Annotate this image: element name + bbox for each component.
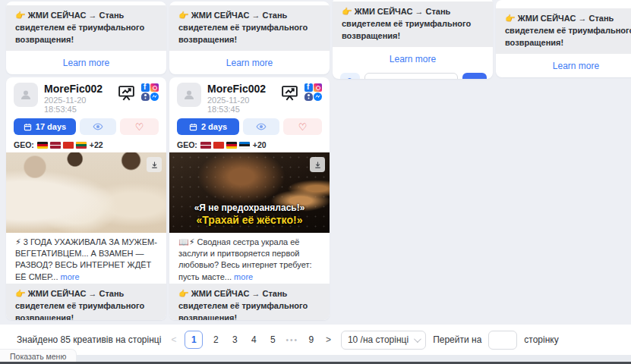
learn-more-link[interactable]: Learn more xyxy=(390,54,436,64)
creative-card-partial: 👉 ЖМИ СЕЙЧАС → Стань свидетелем её триум… xyxy=(6,2,166,74)
presentation-chart-icon[interactable] xyxy=(280,83,299,102)
favorite-button[interactable]: ♡ xyxy=(283,118,322,135)
chevron-down-icon xyxy=(414,335,421,343)
geo-label: GEO: xyxy=(177,140,197,149)
flag-de-icon xyxy=(226,142,237,149)
flag-de-icon xyxy=(37,142,48,149)
page-button-2[interactable]: 2 xyxy=(210,334,222,345)
download-image-button[interactable] xyxy=(147,157,162,172)
geo-flags xyxy=(37,142,87,149)
download-icon xyxy=(150,161,159,169)
more-link[interactable]: more xyxy=(234,272,253,281)
facebook-icon[interactable] xyxy=(141,83,150,92)
page-ellipsis[interactable]: ••• xyxy=(286,336,298,344)
active-days-label: 17 days xyxy=(36,122,66,131)
landing-url-input[interactable] xyxy=(364,73,458,79)
creative-card-partial: 👉 ЖМИ СЕЙЧАС → Стань свидетелем её триум… xyxy=(169,2,330,74)
avatar xyxy=(14,83,38,107)
cta-text: 👉 ЖМИ СЕЙЧАС → Стань свидетелем её триум… xyxy=(496,8,631,54)
preview-button[interactable] xyxy=(243,118,279,135)
presentation-chart-icon[interactable] xyxy=(117,83,136,102)
page-button-9[interactable]: 9 xyxy=(305,334,317,345)
cta-text: 👉 ЖМИ СЕЙЧАС → Стань свидетелем её триум… xyxy=(169,5,330,51)
creative-image[interactable]: «Я не предохранялась!» «Трахай её жёстко… xyxy=(169,152,330,233)
person-icon xyxy=(182,88,196,102)
heart-icon: ♡ xyxy=(135,122,144,132)
page-button-4[interactable]: 4 xyxy=(248,334,260,345)
goto-page-label-suffix: сторінку xyxy=(524,334,558,345)
cta-text: 👉 ЖМИ СЕЙЧАС → Стань свидетелем её триум… xyxy=(169,284,330,320)
active-days-button[interactable]: 2 days xyxy=(177,118,239,135)
active-days-label: 2 days xyxy=(201,122,227,131)
teaser-text: ⚡ 3 ГОДА УХАЖИВАЛА ЗА МУЖЕМ-ВЕГЕТАТИВЦЕМ… xyxy=(6,233,166,284)
per-page-select[interactable]: 10 /на сторінці xyxy=(341,331,426,350)
column-2: 👉 ЖМИ СЕЙЧАС → Стань свидетелем её триум… xyxy=(169,0,330,320)
geo-flags xyxy=(200,142,250,149)
geo-extra-count[interactable]: +20 xyxy=(253,140,267,149)
goto-page-label-prefix: Перейти на xyxy=(433,334,481,345)
eye-icon xyxy=(256,121,267,132)
prev-page-button[interactable]: < xyxy=(169,334,178,345)
show-menu-button[interactable]: Показать меню xyxy=(0,349,77,362)
calendar-icon xyxy=(24,123,32,131)
learn-more-link[interactable]: Learn more xyxy=(553,61,599,71)
open-url-button[interactable]: → xyxy=(462,73,487,79)
learn-more-link[interactable]: Learn more xyxy=(63,58,109,68)
column-1: 👉 ЖМИ СЕЙЧАС → Стань свидетелем её триум… xyxy=(6,0,166,320)
creative-image-caption: «Я не предохранялась!» «Трахай её жёстко… xyxy=(169,202,330,228)
search-icon xyxy=(345,77,355,79)
geo-extra-count[interactable]: +22 xyxy=(90,140,103,149)
bottom-strip xyxy=(0,355,631,362)
flag-red-icon xyxy=(63,142,74,149)
learn-more-link[interactable]: Learn more xyxy=(226,58,273,68)
cta-text: 👉 ЖМИ СЕЙЧАС → Стань свидетелем её триум… xyxy=(333,2,493,47)
preview-button[interactable] xyxy=(80,118,116,135)
teaser-text: 📖⚡ Сводная сестра украла её заслуги и пр… xyxy=(169,233,330,284)
pagination-bar: Знайдено 85 креативів на сторінці < 1 2 … xyxy=(0,325,631,355)
flag-lv-icon xyxy=(50,142,61,149)
page-button-1[interactable]: 1 xyxy=(185,331,203,349)
creative-card: MoreFic002 2025-11-20 18:53:45 17 xyxy=(6,77,166,320)
avatar xyxy=(177,83,201,107)
flag-lv-icon xyxy=(200,142,211,149)
column-4: 👉 ЖМИ СЕЙЧАС → Стань свидетелем её триум… xyxy=(496,0,631,77)
flag-ee-icon xyxy=(239,142,250,149)
column-3: ИНТЕРНЕТ ЖДЁТ ЕЁ СМЕР... more 👉 ЖМИ СЕЙЧ… xyxy=(333,0,493,79)
creative-columns: 👉 ЖМИ СЕЙЧАС → Стань свидетелем её триум… xyxy=(6,0,631,320)
instagram-icon[interactable] xyxy=(314,83,322,92)
download-image-button[interactable] xyxy=(310,157,325,172)
geo-label: GEO: xyxy=(14,140,34,149)
heart-icon: ♡ xyxy=(298,122,308,132)
creative-card-partial: ИНТЕРНЕТ ЖДЁТ ЕЁ СМЕР... more 👉 ЖМИ СЕЙЧ… xyxy=(333,0,493,79)
instagram-icon[interactable] xyxy=(150,83,159,92)
audience-network-icon[interactable] xyxy=(304,93,313,101)
audience-network-icon[interactable] xyxy=(141,93,150,101)
advertiser-name: MoreFic002 xyxy=(207,83,274,95)
arrow-right-icon: → xyxy=(470,77,480,79)
flag-lt-icon xyxy=(76,142,87,149)
channel-icons xyxy=(304,83,322,101)
messenger-icon[interactable] xyxy=(314,93,322,101)
next-page-button[interactable]: > xyxy=(324,334,333,345)
cta-text: 👉 ЖМИ СЕЙЧАС → Стань свидетелем её триум… xyxy=(6,284,166,320)
creative-datetime: 2025-11-20 18:53:45 xyxy=(44,96,111,114)
creative-card-partial: 👉 ЖМИ СЕЙЧАС → Стань свидетелем её триум… xyxy=(496,0,631,77)
more-link[interactable]: more xyxy=(61,272,80,281)
creative-card: MoreFic002 2025-11-20 18:53:45 2 d xyxy=(169,77,330,320)
favorite-button[interactable]: ♡ xyxy=(120,118,159,135)
search-button[interactable] xyxy=(340,73,360,79)
page-button-3[interactable]: 3 xyxy=(229,334,241,345)
goto-page-input[interactable] xyxy=(488,331,517,350)
channel-icons xyxy=(141,83,159,101)
results-count-text: Знайдено 85 креативів на сторінці xyxy=(17,334,161,345)
creative-image[interactable] xyxy=(6,152,166,233)
messenger-icon[interactable] xyxy=(150,93,159,101)
person-icon xyxy=(19,88,33,102)
active-days-button[interactable]: 17 days xyxy=(14,118,76,135)
page-button-5[interactable]: 5 xyxy=(267,334,279,345)
facebook-icon[interactable] xyxy=(304,83,313,92)
eye-icon xyxy=(93,121,103,132)
creative-datetime: 2025-11-20 18:53:45 xyxy=(207,96,274,114)
download-icon xyxy=(314,161,322,169)
advertiser-name: MoreFic002 xyxy=(44,83,111,95)
